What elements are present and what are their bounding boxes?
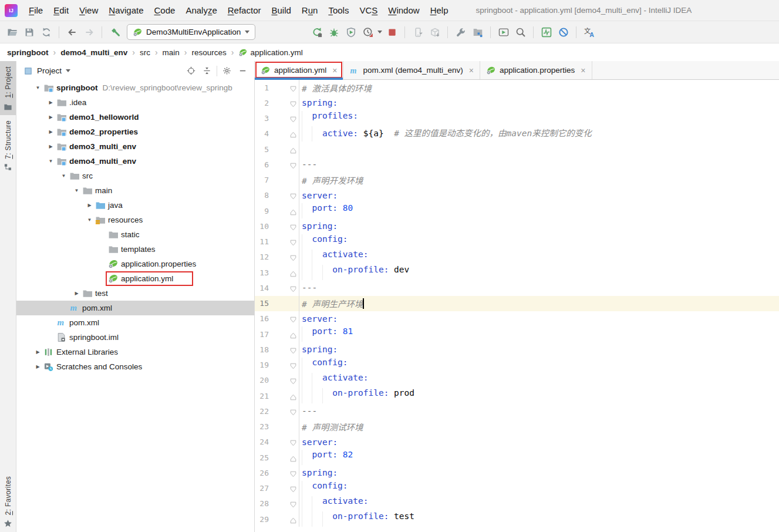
menu-file[interactable]: File bbox=[23, 0, 48, 21]
menu-window[interactable]: Window bbox=[383, 0, 424, 21]
run-configuration-select[interactable]: Demo3MultiEnvApplication bbox=[127, 24, 255, 40]
menu-vcs[interactable]: VCS bbox=[354, 0, 383, 21]
editor-line-27[interactable]: 27config: bbox=[255, 481, 779, 496]
code-line[interactable]: # 声明测试环境 bbox=[299, 420, 363, 433]
chevron-collapsed-icon[interactable]: ▶ bbox=[72, 291, 81, 296]
tree-item-demo3-multi-env[interactable]: ▶demo3_multi_env bbox=[16, 139, 254, 154]
code-line[interactable]: on-profile: dev bbox=[299, 265, 409, 280]
project-structure-button[interactable] bbox=[469, 24, 486, 40]
fold-marker-up-icon[interactable] bbox=[290, 270, 296, 276]
code-line[interactable]: port: 81 bbox=[299, 326, 353, 342]
fold-marker-down-icon[interactable] bbox=[290, 377, 296, 383]
editor-line-11[interactable]: 11config: bbox=[255, 234, 779, 250]
menu-navigate[interactable]: Navigate bbox=[103, 0, 149, 21]
code-line[interactable]: --- bbox=[299, 406, 317, 416]
editor-line-15[interactable]: 15# 声明生产环境 bbox=[255, 296, 779, 311]
editor-line-7[interactable]: 7# 声明开发环境 bbox=[255, 173, 779, 188]
update-project-button[interactable] bbox=[426, 24, 443, 40]
editor-line-28[interactable]: 28activate: bbox=[255, 496, 779, 511]
tab-application-properties[interactable]: application.properties× bbox=[480, 61, 592, 79]
run-button[interactable] bbox=[308, 24, 325, 40]
breadcrumb-item-application-yml[interactable]: application.yml bbox=[238, 48, 302, 57]
tab-close-icon[interactable]: × bbox=[332, 66, 337, 75]
tree-item-src[interactable]: ▼src bbox=[16, 169, 254, 183]
code-line[interactable]: spring: bbox=[299, 98, 338, 107]
code-line[interactable]: config: bbox=[299, 358, 348, 373]
chevron-collapsed-icon[interactable]: ▶ bbox=[46, 144, 55, 149]
tab-close-icon[interactable]: × bbox=[581, 66, 585, 75]
code-line[interactable]: on-profile: prod bbox=[299, 388, 414, 403]
fold-marker-down-icon[interactable] bbox=[290, 85, 296, 91]
fold-marker-down-icon[interactable] bbox=[290, 115, 296, 122]
chevron-expanded-icon[interactable]: ▼ bbox=[85, 217, 94, 223]
chevron-collapsed-icon[interactable]: ▶ bbox=[46, 100, 55, 105]
editor[interactable]: 1# 激活具体的环境2spring:3profiles:4active: ${a… bbox=[255, 80, 779, 532]
menu-run[interactable]: Run bbox=[296, 0, 323, 21]
menu-tools[interactable]: Tools bbox=[323, 0, 354, 21]
stop-button[interactable] bbox=[383, 24, 400, 40]
collapse-button[interactable] bbox=[199, 63, 215, 78]
tree-item-application-yml[interactable]: application.yml bbox=[16, 271, 254, 286]
chevron-expanded-icon[interactable]: ▼ bbox=[33, 85, 42, 90]
code-line[interactable]: spring: bbox=[299, 468, 338, 477]
gear-button[interactable] bbox=[219, 63, 235, 78]
fold-marker-up-icon[interactable] bbox=[290, 208, 296, 214]
editor-line-3[interactable]: 3profiles: bbox=[255, 111, 779, 126]
editor-line-20[interactable]: 20activate: bbox=[255, 373, 779, 388]
code-line[interactable]: config: bbox=[299, 234, 348, 250]
tree-item-springboot-iml[interactable]: springboot.iml bbox=[16, 330, 254, 345]
run-anything-button[interactable] bbox=[495, 24, 512, 40]
fold-marker-down-icon[interactable] bbox=[290, 223, 296, 230]
code-line[interactable]: profiles: bbox=[299, 111, 358, 126]
code-line[interactable]: activate: bbox=[299, 496, 368, 511]
fold-marker-up-icon[interactable] bbox=[290, 454, 296, 461]
breadcrumb-item-springboot[interactable]: springboot bbox=[7, 48, 49, 57]
build-project-button[interactable] bbox=[106, 24, 123, 40]
back-button[interactable] bbox=[63, 24, 80, 40]
code-line[interactable]: spring: bbox=[299, 221, 338, 231]
fold-marker-up-icon[interactable] bbox=[290, 516, 296, 523]
locate-button[interactable] bbox=[183, 63, 199, 78]
editor-line-22[interactable]: 22--- bbox=[255, 403, 779, 419]
menu-help[interactable]: Help bbox=[425, 0, 454, 21]
menu-analyze[interactable]: Analyze bbox=[180, 0, 222, 21]
fold-marker-down-icon[interactable] bbox=[290, 485, 296, 491]
editor-line-26[interactable]: 26spring: bbox=[255, 465, 779, 480]
editor-line-13[interactable]: 13on-profile: dev bbox=[255, 265, 779, 280]
chevron-collapsed-icon[interactable]: ▶ bbox=[85, 203, 94, 208]
code-line[interactable]: spring: bbox=[299, 345, 338, 354]
editor-line-1[interactable]: 1# 激活具体的环境 bbox=[255, 80, 779, 95]
fold-marker-down-icon[interactable] bbox=[290, 285, 296, 291]
tree-item-resources[interactable]: ▼resources bbox=[16, 213, 254, 227]
editor-line-5[interactable]: 5 bbox=[255, 142, 779, 157]
tree-item-application-properties[interactable]: application.properties bbox=[16, 257, 254, 271]
editor-line-29[interactable]: 29on-profile: test bbox=[255, 511, 779, 527]
editor-line-9[interactable]: 9port: 80 bbox=[255, 203, 779, 218]
menu-view[interactable]: View bbox=[74, 0, 103, 21]
chevron-expanded-icon[interactable]: ▼ bbox=[46, 159, 55, 164]
debug-button[interactable] bbox=[325, 24, 342, 40]
translate-button[interactable]: 文A bbox=[581, 24, 598, 40]
tree-item-demo2-properties[interactable]: ▶demo2_properties bbox=[16, 124, 254, 139]
tree-item-pom-xml[interactable]: mpom.xml bbox=[16, 315, 254, 330]
editor-line-14[interactable]: 14--- bbox=[255, 280, 779, 295]
tab-application-yml[interactable]: application.yml× bbox=[255, 61, 343, 79]
fold-marker-up-icon[interactable] bbox=[290, 331, 296, 338]
fold-marker-down-icon[interactable] bbox=[290, 315, 296, 322]
code-line[interactable]: --- bbox=[299, 160, 317, 169]
profiler-dropdown-icon[interactable] bbox=[376, 31, 383, 33]
fold-marker-down-icon[interactable] bbox=[290, 408, 296, 415]
breadcrumb-item-src[interactable]: src bbox=[140, 48, 150, 57]
ide-settings-button[interactable] bbox=[452, 24, 469, 40]
code-line[interactable]: port: 82 bbox=[299, 450, 353, 465]
chevron-collapsed-icon[interactable]: ▶ bbox=[33, 349, 42, 355]
tree-item-static[interactable]: static bbox=[16, 227, 254, 242]
tree-item-test[interactable]: ▶test bbox=[16, 286, 254, 301]
fold-marker-down-icon[interactable] bbox=[290, 500, 296, 507]
run-with-coverage-button[interactable] bbox=[342, 24, 359, 40]
fold-marker-up-icon[interactable] bbox=[290, 146, 296, 153]
tree-item-pom-xml[interactable]: mpom.xml bbox=[16, 301, 254, 315]
code-line[interactable]: on-profile: test bbox=[299, 511, 414, 527]
editor-line-8[interactable]: 8server: bbox=[255, 188, 779, 203]
power-save-button[interactable] bbox=[555, 24, 572, 40]
